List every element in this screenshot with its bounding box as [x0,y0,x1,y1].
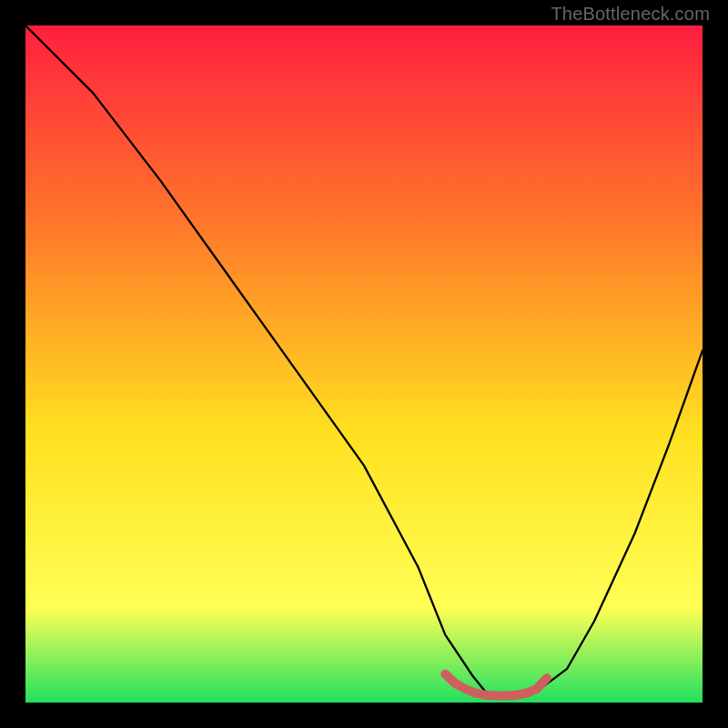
plot-svg [25,25,703,703]
gradient-background [25,25,703,703]
watermark-text: TheBottleneck.com [551,4,710,25]
plot-area [25,25,703,703]
chart-container: TheBottleneck.com [0,0,728,728]
